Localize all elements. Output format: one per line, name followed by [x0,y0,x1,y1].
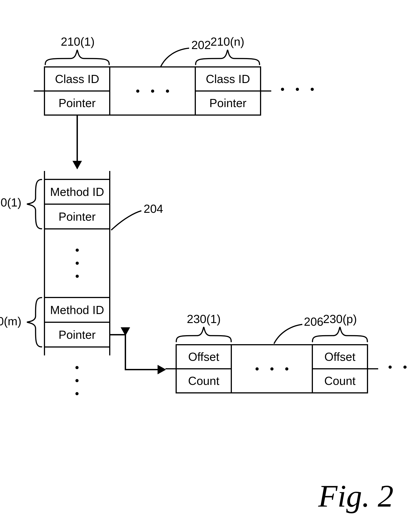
cell-method-id-1: Method ID [44,179,110,205]
offset-right-open-bot [367,368,378,393]
method-top-open-l [44,171,78,180]
class-right-open-top [260,66,271,91]
offset-right-open-top [367,344,378,369]
brace-230-1 [176,327,232,342]
text-pointer: Pointer [59,96,96,110]
leader-206 [274,323,303,344]
figure-2-diagram: 210(1) 210(n) 202 Class ID Pointer Class… [0,0,407,532]
offset-left-open-top [165,344,177,369]
ellipsis-offset-mid [250,367,294,371]
brace-210-n [195,49,260,65]
text-count-p: Count [324,374,356,388]
text-class-id-n: Class ID [206,72,250,86]
class-left-open-top [34,66,45,91]
cell-class-ptr-n: Pointer [195,91,261,116]
cell-method-ptr-m: Pointer [44,322,110,348]
cell-class-id-1: Class ID [44,66,110,91]
leader-202 [160,47,189,67]
brace-230-p [312,327,368,342]
class-right-open-bot [260,91,271,116]
text-method-id-1: Method ID [50,185,104,199]
label-204: 204 [144,202,163,215]
text-method-ptr-1: Pointer [59,210,96,223]
label-220-1: 220(1) [0,196,21,209]
leader-204 [110,210,142,231]
ellipsis-class-right [275,88,320,91]
cell-count-p: Count [312,368,368,393]
cell-method-ptr-1: Pointer [44,204,110,229]
method-bot-open-r [77,346,110,355]
cell-method-id-m: Method ID [44,297,110,323]
cell-class-mid [109,66,196,116]
label-230-p: 230(p) [323,312,357,326]
label-220-m: 220(m) [0,314,21,328]
cell-class-id-n: Class ID [195,66,261,91]
text-method-ptr-m: Pointer [59,328,96,342]
label-210-1: 210(1) [61,35,94,48]
ellipsis-class-mid [130,90,175,93]
method-top-open-r [77,171,110,180]
brace-210-1 [45,49,110,65]
arrow-method-hseg [110,334,126,335]
text-pointer-n: Pointer [209,96,246,110]
cell-offset-p: Offset [312,344,368,369]
figure-label: Fig. 2 [318,478,393,514]
label-230-1: 230(1) [187,312,221,326]
offset-left-open-bot [165,368,177,393]
ellipsis-method-bot [75,361,78,400]
arrow-class-to-method [77,116,78,168]
ellipsis-method-mid [76,244,79,283]
brace-220-m [27,297,42,348]
text-count-1: Count [188,374,219,388]
cell-offset-1: Offset [176,344,232,369]
method-bot-open-l [44,346,78,355]
text-method-id-m: Method ID [50,303,104,317]
cell-method-mid [44,228,110,298]
label-202: 202 [191,38,211,52]
arrow-method-right [125,369,165,370]
cell-count-1: Count [176,368,232,393]
label-206: 206 [304,315,323,328]
arrow-method-vseg [125,335,126,370]
text-class-id: Class ID [55,72,99,86]
cell-class-ptr-1: Pointer [44,91,110,116]
cell-offset-mid [231,344,313,393]
class-left-open-bot [34,91,45,116]
brace-220-1 [27,179,42,229]
label-210-n: 210(n) [211,35,244,48]
ellipsis-offset-right [383,365,407,369]
text-offset-p: Offset [324,350,355,364]
text-offset-1: Offset [188,350,219,364]
